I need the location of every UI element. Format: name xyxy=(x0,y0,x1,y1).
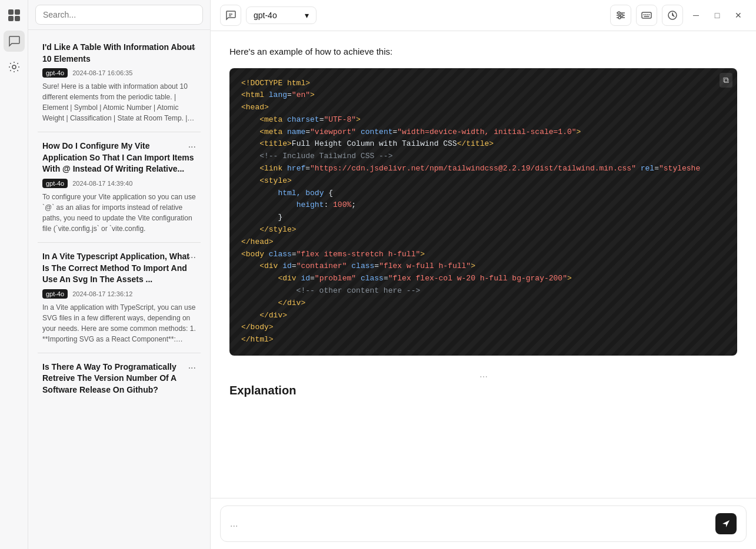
chevron-down-icon: ▾ xyxy=(305,11,309,20)
conv-more-button[interactable]: ··· xyxy=(186,42,198,55)
svg-point-12 xyxy=(618,16,621,19)
model-selector-button[interactable]: gpt-4o ▾ xyxy=(246,6,317,24)
svg-rect-2 xyxy=(8,16,14,21)
conv-more-button[interactable]: ··· xyxy=(186,361,198,374)
chat-nav-icon xyxy=(8,35,20,47)
conv-more-button[interactable]: ··· xyxy=(186,140,198,153)
conv-more-button[interactable]: ··· xyxy=(186,251,198,264)
input-box: ... xyxy=(220,506,747,542)
logo-button[interactable] xyxy=(4,5,25,26)
conversation-item[interactable]: ··· How Do I Configure My Vite Applicati… xyxy=(33,135,205,240)
conversation-item[interactable]: ··· Is There A Way To Programatically Re… xyxy=(33,356,205,406)
conv-title: How Do I Configure My Vite Application S… xyxy=(42,140,196,175)
settings-nav-icon xyxy=(8,61,20,73)
intro-text: Here's an example of how to achieve this… xyxy=(229,45,737,59)
sliders-button[interactable] xyxy=(610,5,631,26)
conv-date: 2024-08-17 12:36:12 xyxy=(72,290,132,297)
chat-content: Here's an example of how to achieve this… xyxy=(211,31,756,498)
search-input[interactable] xyxy=(35,5,203,25)
dots-indicator: ⋯ xyxy=(479,372,488,381)
conv-meta: gpt-4o 2024-08-17 16:06:35 xyxy=(42,68,196,78)
conv-title: Is There A Way To Programatically Retrei… xyxy=(42,361,196,396)
new-chat-button[interactable] xyxy=(220,5,241,26)
keyboard-button[interactable] xyxy=(636,5,657,26)
keyboard-icon xyxy=(641,10,652,21)
history-button[interactable] xyxy=(662,5,683,26)
svg-point-11 xyxy=(621,14,623,16)
sliders-icon xyxy=(615,10,626,21)
code-block-container: ⧉ <!DOCTYPE html> <html lang="en"> <head… xyxy=(229,68,737,356)
conv-divider xyxy=(38,353,201,353)
conv-date: 2024-08-17 14:39:40 xyxy=(72,180,132,187)
conv-preview: In a Vite application with TypeScript, y… xyxy=(42,302,196,344)
code-block: <!DOCTYPE html> <html lang="en"> <head> … xyxy=(229,68,737,356)
conv-meta: gpt-4o 2024-08-17 14:39:40 xyxy=(42,179,196,188)
conversation-item[interactable]: ··· I'd Like A Table With Information Ab… xyxy=(33,36,205,129)
conv-badge: gpt-4o xyxy=(42,179,68,188)
conv-divider xyxy=(38,242,201,243)
chat-nav-button[interactable] xyxy=(4,31,25,52)
conv-date: 2024-08-17 16:06:35 xyxy=(72,69,132,76)
main-header: gpt-4o ▾ xyxy=(211,0,756,31)
conv-preview: Sure! Here is a table with information a… xyxy=(42,81,196,123)
copy-code-button[interactable]: ⧉ xyxy=(720,73,732,88)
header-right-buttons: ─ □ ✕ xyxy=(610,5,747,26)
conv-meta: gpt-4o 2024-08-17 12:36:12 xyxy=(42,289,196,299)
conv-badge: gpt-4o xyxy=(42,289,68,299)
send-icon xyxy=(721,519,731,528)
svg-rect-13 xyxy=(642,12,651,18)
conversations-list: ··· I'd Like A Table With Information Ab… xyxy=(28,30,210,549)
svg-rect-1 xyxy=(15,9,20,15)
conv-badge: gpt-4o xyxy=(42,68,68,78)
new-chat-icon xyxy=(225,10,236,21)
maximize-button[interactable]: □ xyxy=(709,7,725,24)
conv-divider xyxy=(38,132,201,132)
search-container xyxy=(28,0,210,30)
input-placeholder: ... xyxy=(230,518,711,529)
close-button[interactable]: ✕ xyxy=(730,7,747,24)
sidebar-icons xyxy=(0,0,28,549)
svg-rect-3 xyxy=(15,16,20,21)
svg-rect-0 xyxy=(8,9,14,15)
conv-preview: To configure your Vite application so yo… xyxy=(42,192,196,234)
conv-title: I'd Like A Table With Information About … xyxy=(42,42,196,65)
settings-nav-button[interactable] xyxy=(4,56,25,78)
main-area: gpt-4o ▾ xyxy=(211,0,756,549)
svg-point-4 xyxy=(12,65,16,69)
history-icon xyxy=(667,10,678,21)
model-name-label: gpt-4o xyxy=(254,11,277,20)
svg-point-10 xyxy=(618,12,620,14)
conversation-item[interactable]: ··· In A Vite Typescript Application, Wh… xyxy=(33,245,205,350)
input-area: ... xyxy=(211,498,756,549)
minimize-button[interactable]: ─ xyxy=(688,7,704,24)
conversations-panel: ··· I'd Like A Table With Information Ab… xyxy=(28,0,211,549)
dots-row: ⋯ xyxy=(229,370,737,384)
send-button[interactable] xyxy=(715,513,737,534)
logo-icon xyxy=(8,9,21,22)
explanation-heading: Explanation xyxy=(229,384,737,397)
conv-title: In A Vite Typescript Application, What I… xyxy=(42,251,196,286)
